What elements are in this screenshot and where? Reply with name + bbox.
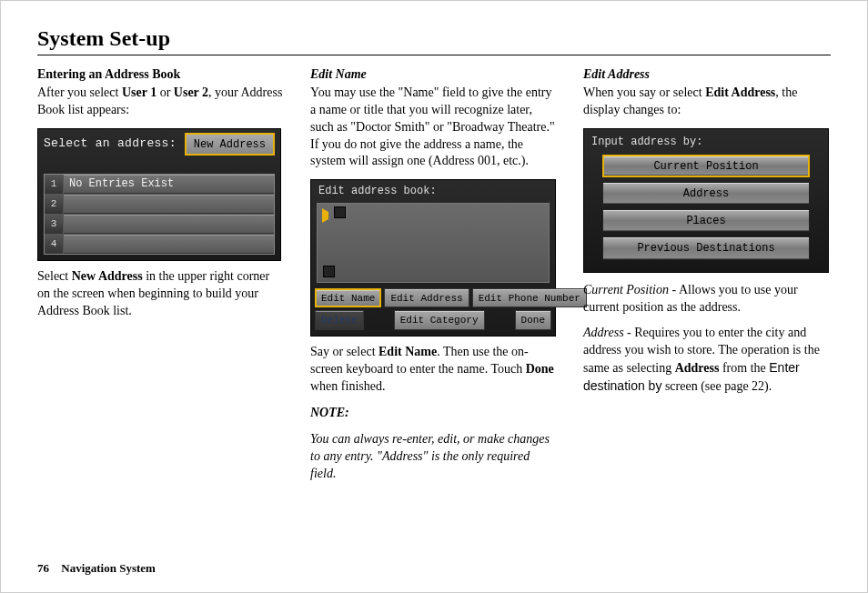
ss1-body: 1 No Entries Exist 2 3 4 xyxy=(38,174,280,260)
list-item[interactable]: 4 xyxy=(45,234,274,254)
list-item[interactable]: 1 No Entries Exist xyxy=(45,175,274,194)
col3-heading: Edit Address xyxy=(583,66,831,84)
col1-heading: Entering an Address Book xyxy=(37,66,285,84)
col2-heading: Edit Name xyxy=(310,66,558,84)
ss1-title: Select an address: xyxy=(44,136,177,152)
col1-intro: After you select User 1 or User 2, your … xyxy=(37,85,285,119)
ss3-title: Input address by: xyxy=(591,135,821,149)
list-item[interactable]: 3 xyxy=(45,214,274,234)
note-heading: NOTE: xyxy=(310,405,558,422)
delete-button[interactable]: Delete xyxy=(315,310,364,330)
ss2-preview-area xyxy=(317,203,550,283)
manual-page: System Set-up Entering an Address Book A… xyxy=(0,0,868,593)
ss1-header: Select an address: New Address xyxy=(38,129,280,159)
places-button[interactable]: Places xyxy=(602,209,810,232)
note-body: You can always re-enter, edit, or make c… xyxy=(310,431,558,483)
page-footer: 76 Navigation System xyxy=(37,561,156,576)
ss2-title: Edit address book: xyxy=(311,180,555,200)
screenshot-edit-address-book: Edit address book: Edit Name Edit Addres… xyxy=(310,179,556,337)
no-entries-label: No Entries Exist xyxy=(64,175,274,194)
new-address-button[interactable]: New Address xyxy=(185,133,275,156)
footer-title: Navigation System xyxy=(61,561,156,575)
col3-address: Address - Requires you to enter the city… xyxy=(583,325,831,396)
col2-body: You may use the "Name" field to give the… xyxy=(310,85,558,170)
edit-name-button[interactable]: Edit Name xyxy=(315,288,381,308)
title-rule xyxy=(37,55,831,55)
screenshot-input-address-by: Input address by: Current Position Addre… xyxy=(583,128,829,273)
screenshot-select-address: Select an address: New Address 1 No Entr… xyxy=(37,128,281,261)
page-title: System Set-up xyxy=(37,26,831,51)
column-2: Edit Name You may use the "Name" field t… xyxy=(310,66,558,491)
previous-destinations-button[interactable]: Previous Destinations xyxy=(602,236,810,259)
col3-current-position: Current Position - Allows you to use you… xyxy=(583,282,831,317)
address-list: 1 No Entries Exist 2 3 4 xyxy=(44,174,275,255)
home-icon xyxy=(334,206,346,218)
ss2-button-bar: Edit Name Edit Address Edit Phone Number… xyxy=(311,286,555,337)
edit-category-button[interactable]: Edit Category xyxy=(394,310,485,330)
column-3: Edit Address When you say or select Edit… xyxy=(583,66,831,491)
edit-phone-button[interactable]: Edit Phone Number xyxy=(472,288,587,308)
page-number: 76 xyxy=(37,561,49,575)
col1-after: Select New Address in the upper right co… xyxy=(37,268,285,320)
col3-intro: When you say or select Edit Address, the… xyxy=(583,85,831,119)
current-position-button[interactable]: Current Position xyxy=(602,155,810,177)
edit-address-button[interactable]: Edit Address xyxy=(384,288,469,308)
address-button[interactable]: Address xyxy=(602,182,810,205)
done-button[interactable]: Done xyxy=(515,310,551,330)
col2-after: Say or select Edit Name. Then use the on… xyxy=(310,344,558,396)
list-item[interactable]: 2 xyxy=(45,194,274,214)
category-icon xyxy=(323,266,335,277)
column-1: Entering an Address Book After you selec… xyxy=(37,66,285,491)
columns: Entering an Address Book After you selec… xyxy=(37,66,831,491)
